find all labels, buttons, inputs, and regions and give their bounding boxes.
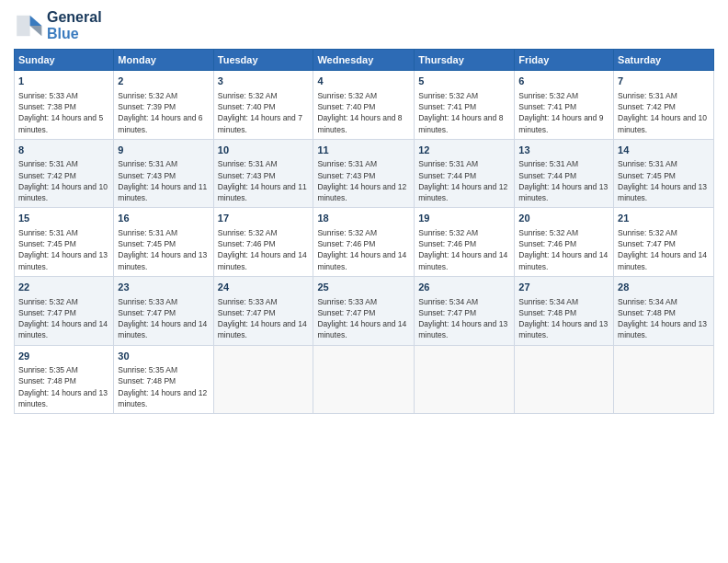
calendar-header-friday: Friday xyxy=(515,50,614,71)
day-number: 7 xyxy=(618,75,710,88)
day-number: 8 xyxy=(18,144,109,157)
calendar-cell: 16Sunrise: 5:31 AMSunset: 7:45 PMDayligh… xyxy=(114,208,213,277)
calendar-cell: 10Sunrise: 5:31 AMSunset: 7:43 PMDayligh… xyxy=(213,139,313,208)
header: General Blue xyxy=(14,9,714,41)
day-info: Sunrise: 5:31 AMSunset: 7:42 PMDaylight:… xyxy=(618,90,710,135)
day-info: Sunrise: 5:31 AMSunset: 7:44 PMDaylight:… xyxy=(418,158,510,203)
calendar-cell: 2Sunrise: 5:32 AMSunset: 7:39 PMDaylight… xyxy=(114,71,213,140)
svg-marker-1 xyxy=(30,26,42,36)
calendar-cell: 24Sunrise: 5:33 AMSunset: 7:47 PMDayligh… xyxy=(213,277,313,346)
day-info: Sunrise: 5:31 AMSunset: 7:42 PMDaylight:… xyxy=(18,158,109,203)
calendar-cell xyxy=(415,345,515,414)
calendar-week-row: 8Sunrise: 5:31 AMSunset: 7:42 PMDaylight… xyxy=(15,139,714,208)
day-info: Sunrise: 5:32 AMSunset: 7:47 PMDaylight:… xyxy=(618,227,710,272)
calendar-cell: 11Sunrise: 5:31 AMSunset: 7:43 PMDayligh… xyxy=(313,139,415,208)
day-info: Sunrise: 5:33 AMSunset: 7:47 PMDaylight:… xyxy=(218,296,310,341)
calendar-week-row: 1Sunrise: 5:33 AMSunset: 7:38 PMDaylight… xyxy=(15,71,714,140)
day-info: Sunrise: 5:34 AMSunset: 7:48 PMDaylight:… xyxy=(518,296,609,341)
day-number: 28 xyxy=(618,281,710,294)
day-info: Sunrise: 5:35 AMSunset: 7:48 PMDaylight:… xyxy=(18,364,109,409)
calendar-cell: 17Sunrise: 5:32 AMSunset: 7:46 PMDayligh… xyxy=(213,208,313,277)
calendar-cell xyxy=(213,345,313,414)
calendar-cell xyxy=(614,345,714,414)
day-number: 15 xyxy=(18,212,109,225)
day-number: 29 xyxy=(18,350,109,363)
day-number: 17 xyxy=(218,212,310,225)
day-info: Sunrise: 5:32 AMSunset: 7:46 PMDaylight:… xyxy=(317,227,410,272)
calendar-week-row: 22Sunrise: 5:32 AMSunset: 7:47 PMDayligh… xyxy=(15,277,714,346)
calendar-header-row: SundayMondayTuesdayWednesdayThursdayFrid… xyxy=(15,50,714,71)
day-number: 16 xyxy=(118,212,209,225)
calendar-cell: 7Sunrise: 5:31 AMSunset: 7:42 PMDaylight… xyxy=(614,71,714,140)
day-number: 22 xyxy=(18,281,109,294)
day-number: 20 xyxy=(518,212,609,225)
day-number: 9 xyxy=(118,144,209,157)
day-number: 27 xyxy=(518,281,609,294)
calendar-cell: 8Sunrise: 5:31 AMSunset: 7:42 PMDaylight… xyxy=(15,139,114,208)
calendar-header-monday: Monday xyxy=(114,50,213,71)
calendar-cell: 21Sunrise: 5:32 AMSunset: 7:47 PMDayligh… xyxy=(614,208,714,277)
day-info: Sunrise: 5:33 AMSunset: 7:38 PMDaylight:… xyxy=(18,90,109,135)
calendar-cell: 3Sunrise: 5:32 AMSunset: 7:40 PMDaylight… xyxy=(213,71,313,140)
calendar-header-tuesday: Tuesday xyxy=(213,50,313,71)
calendar-cell: 29Sunrise: 5:35 AMSunset: 7:48 PMDayligh… xyxy=(15,345,114,414)
calendar-cell: 6Sunrise: 5:32 AMSunset: 7:41 PMDaylight… xyxy=(515,71,614,140)
calendar-cell: 22Sunrise: 5:32 AMSunset: 7:47 PMDayligh… xyxy=(15,277,114,346)
day-info: Sunrise: 5:35 AMSunset: 7:48 PMDaylight:… xyxy=(118,364,209,409)
calendar-week-row: 29Sunrise: 5:35 AMSunset: 7:48 PMDayligh… xyxy=(15,345,714,414)
day-info: Sunrise: 5:32 AMSunset: 7:46 PMDaylight:… xyxy=(518,227,609,272)
day-number: 4 xyxy=(317,75,410,88)
calendar-cell: 26Sunrise: 5:34 AMSunset: 7:47 PMDayligh… xyxy=(415,277,515,346)
calendar-header-wednesday: Wednesday xyxy=(313,50,415,71)
calendar-cell xyxy=(313,345,415,414)
day-info: Sunrise: 5:33 AMSunset: 7:47 PMDaylight:… xyxy=(118,296,209,341)
day-info: Sunrise: 5:34 AMSunset: 7:48 PMDaylight:… xyxy=(618,296,710,341)
day-info: Sunrise: 5:32 AMSunset: 7:41 PMDaylight:… xyxy=(518,90,609,135)
logo-icon xyxy=(14,11,43,40)
calendar-cell: 30Sunrise: 5:35 AMSunset: 7:48 PMDayligh… xyxy=(114,345,213,414)
day-info: Sunrise: 5:31 AMSunset: 7:45 PMDaylight:… xyxy=(118,227,209,272)
day-number: 2 xyxy=(118,75,209,88)
day-info: Sunrise: 5:32 AMSunset: 7:46 PMDaylight:… xyxy=(218,227,310,272)
day-info: Sunrise: 5:31 AMSunset: 7:43 PMDaylight:… xyxy=(317,158,410,203)
day-info: Sunrise: 5:32 AMSunset: 7:41 PMDaylight:… xyxy=(418,90,510,135)
day-info: Sunrise: 5:31 AMSunset: 7:44 PMDaylight:… xyxy=(518,158,609,203)
day-info: Sunrise: 5:32 AMSunset: 7:46 PMDaylight:… xyxy=(418,227,510,272)
calendar-cell: 4Sunrise: 5:32 AMSunset: 7:40 PMDaylight… xyxy=(313,71,415,140)
day-info: Sunrise: 5:32 AMSunset: 7:39 PMDaylight:… xyxy=(118,90,209,135)
svg-marker-0 xyxy=(30,15,42,25)
calendar-cell: 5Sunrise: 5:32 AMSunset: 7:41 PMDaylight… xyxy=(415,71,515,140)
day-number: 30 xyxy=(118,350,209,363)
calendar-cell: 13Sunrise: 5:31 AMSunset: 7:44 PMDayligh… xyxy=(515,139,614,208)
calendar-header-sunday: Sunday xyxy=(15,50,114,71)
calendar-cell: 12Sunrise: 5:31 AMSunset: 7:44 PMDayligh… xyxy=(415,139,515,208)
day-number: 19 xyxy=(418,212,510,225)
day-number: 13 xyxy=(518,144,609,157)
day-info: Sunrise: 5:34 AMSunset: 7:47 PMDaylight:… xyxy=(418,296,510,341)
calendar-cell: 27Sunrise: 5:34 AMSunset: 7:48 PMDayligh… xyxy=(515,277,614,346)
calendar-table: SundayMondayTuesdayWednesdayThursdayFrid… xyxy=(14,49,714,414)
day-info: Sunrise: 5:31 AMSunset: 7:43 PMDaylight:… xyxy=(218,158,310,203)
calendar-cell: 25Sunrise: 5:33 AMSunset: 7:47 PMDayligh… xyxy=(313,277,415,346)
calendar-cell: 19Sunrise: 5:32 AMSunset: 7:46 PMDayligh… xyxy=(415,208,515,277)
day-number: 23 xyxy=(118,281,209,294)
day-number: 12 xyxy=(418,144,510,157)
svg-rect-2 xyxy=(17,15,29,35)
day-info: Sunrise: 5:32 AMSunset: 7:40 PMDaylight:… xyxy=(317,90,410,135)
day-number: 10 xyxy=(218,144,310,157)
day-number: 1 xyxy=(18,75,109,88)
day-info: Sunrise: 5:31 AMSunset: 7:45 PMDaylight:… xyxy=(618,158,710,203)
calendar-header-saturday: Saturday xyxy=(614,50,714,71)
day-number: 21 xyxy=(618,212,710,225)
calendar-cell: 14Sunrise: 5:31 AMSunset: 7:45 PMDayligh… xyxy=(614,139,714,208)
calendar-header-thursday: Thursday xyxy=(415,50,515,71)
day-info: Sunrise: 5:33 AMSunset: 7:47 PMDaylight:… xyxy=(317,296,410,341)
calendar-cell: 20Sunrise: 5:32 AMSunset: 7:46 PMDayligh… xyxy=(515,208,614,277)
calendar-cell: 28Sunrise: 5:34 AMSunset: 7:48 PMDayligh… xyxy=(614,277,714,346)
calendar-cell: 18Sunrise: 5:32 AMSunset: 7:46 PMDayligh… xyxy=(313,208,415,277)
day-number: 25 xyxy=(317,281,410,294)
day-number: 6 xyxy=(518,75,609,88)
day-number: 24 xyxy=(218,281,310,294)
calendar-cell xyxy=(515,345,614,414)
day-number: 18 xyxy=(317,212,410,225)
